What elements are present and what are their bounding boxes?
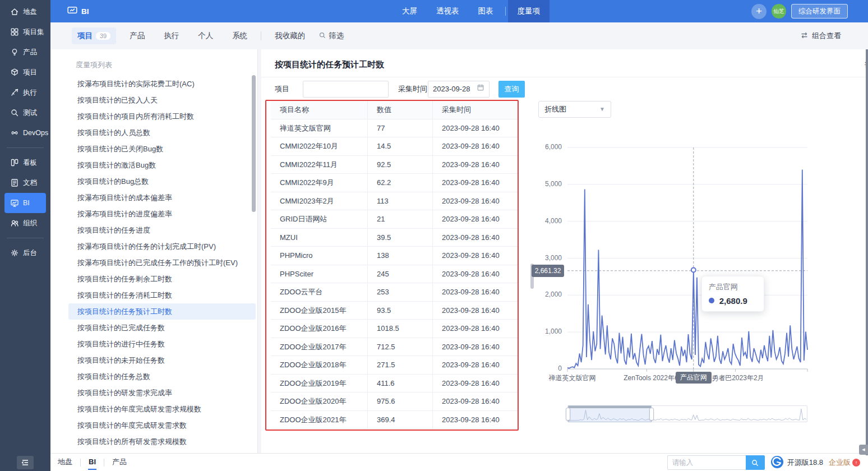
table-row[interactable]: CMMI2023年2月1132023-09-28 16:40	[271, 192, 518, 211]
top-nav-图表[interactable]: 图表	[469, 0, 503, 22]
metric-list-item[interactable]: 按项目统计的研发需求完成率	[68, 385, 256, 401]
metric-list-title: 度量项列表	[76, 60, 257, 70]
sidebar-item-文档[interactable]: 文档	[4, 173, 46, 193]
workspace-button[interactable]: 综合研发界面	[791, 4, 848, 19]
tab-favorites[interactable]: 我收藏的	[269, 27, 311, 44]
table-row[interactable]: ZDOO企业版2018年271.52023-09-28 16:40	[271, 356, 518, 375]
footer-tab-地盘[interactable]: 地盘	[56, 454, 74, 471]
table-cell: CMMI2022年10月	[271, 137, 368, 155]
metric-list-item[interactable]: 按项目统计的年度完成研发需求数	[68, 417, 256, 433]
tab-执行[interactable]: 执行	[158, 27, 184, 44]
datazoom-slider[interactable]	[567, 405, 807, 422]
query-button[interactable]: 查询	[498, 81, 525, 98]
filter-button[interactable]: 筛选	[318, 31, 344, 41]
sidebar-item-项目集[interactable]: 项目集	[4, 22, 46, 42]
sidebar-item-产品[interactable]: 产品	[4, 42, 46, 62]
tab-项目[interactable]: 项目39	[72, 27, 116, 44]
project-filter-input[interactable]	[303, 81, 389, 98]
table-row[interactable]: ZDOO企业版2015年93.52023-09-28 16:40	[271, 302, 518, 320]
sidebar-item-bi[interactable]: BI	[4, 193, 46, 213]
add-button[interactable]: +	[751, 4, 767, 19]
edition-link[interactable]: 企业版 ↑	[829, 458, 860, 468]
metric-list-item[interactable]: 按项目统计的任务预计工时数	[68, 303, 256, 320]
toolbar: 项目39产品执行个人系统我收藏的筛选 组合查看	[50, 22, 868, 49]
metric-list-item[interactable]: 按项目统计的人员总数	[68, 124, 256, 141]
footer: 地盘BI产品 开源版18.8	[0, 453, 868, 471]
sidebar-item-组织[interactable]: 组织	[4, 213, 46, 233]
table-cell: 14.5	[368, 137, 433, 155]
metric-list-item[interactable]: 按项目统计的任务消耗工时数	[68, 287, 256, 303]
chart-tooltip: 产品官网2,680.9	[701, 276, 764, 312]
table-row[interactable]: GRID日语网站212023-09-28 16:40	[271, 210, 518, 229]
y-axis-label: 3,000	[533, 254, 562, 262]
table-cell: 2023-09-28 16:40	[433, 137, 518, 155]
search-button[interactable]	[746, 455, 765, 470]
chart-canvas[interactable]	[533, 133, 847, 403]
table-row[interactable]: CMMI2022年9月62.22023-09-28 16:40	[271, 174, 518, 192]
y-axis-label: 4,000	[533, 217, 562, 225]
y-axis-label: 5,000	[533, 180, 562, 188]
sidebar-item-看板[interactable]: 看板	[4, 153, 46, 173]
sidebar-item-执行[interactable]: 执行	[4, 82, 46, 103]
metric-list-item[interactable]: 按项目统计的已关闭Bug数	[68, 141, 256, 157]
table-row[interactable]: CMMI2022年11月92.52023-09-28 16:40	[271, 156, 518, 174]
table-row[interactable]: ZDOO企业版2021年369.42023-09-28 16:40	[271, 411, 518, 430]
sidebar-item-devops[interactable]: DevOps	[4, 123, 46, 143]
metric-list-item[interactable]: 按项目统计的已投入人天	[68, 92, 256, 108]
footer-tab-BI[interactable]: BI	[87, 454, 98, 471]
metric-list-item[interactable]: 按瀑布项目统计的进度偏差率	[68, 206, 256, 222]
top-nav-大屏[interactable]: 大屏	[393, 0, 427, 22]
page-scrollbar[interactable]	[866, 49, 868, 455]
table-row[interactable]: MZUI39.52023-09-28 16:40	[271, 229, 518, 247]
metric-list-item[interactable]: 按项目统计的未开始任务数	[68, 352, 256, 368]
metric-list-item[interactable]: 按项目统计的任务总数	[68, 368, 256, 385]
metric-list-item[interactable]: 按瀑布项目统计的任务的计划完成工时(PV)	[68, 238, 256, 255]
y-axis-label: 0	[533, 364, 562, 372]
table-cell: 113	[368, 192, 433, 210]
collapse-sidebar-button[interactable]	[17, 456, 34, 469]
top-nav-度量项[interactable]: 度量项	[508, 0, 550, 22]
tab-产品[interactable]: 产品	[124, 27, 150, 44]
table-row[interactable]: PHPMicro1382023-09-28 16:40	[271, 247, 518, 265]
top-nav-透视表[interactable]: 透视表	[427, 0, 469, 22]
table-row[interactable]: ZDOO云平台2532023-09-28 16:40	[271, 283, 518, 302]
sidebar-item-地盘[interactable]: 地盘	[4, 2, 46, 22]
datazoom-selected-range[interactable]	[568, 405, 652, 422]
table-row[interactable]: ZDOO企业版2017年712.52023-09-28 16:40	[271, 338, 518, 357]
table-row[interactable]: ZDOO企业版2020年975.62023-09-28 16:40	[271, 392, 518, 411]
line-chart: 01,0002,0003,0004,0005,0006,000禅道英文版官网Ze…	[533, 133, 847, 403]
metric-list-item[interactable]: 按瀑布项目统计的已完成任务工作的预计工时(EV)	[68, 255, 256, 271]
metric-list-item[interactable]: 按项目统计的Bug总数	[68, 173, 256, 190]
metric-list-item[interactable]: 按项目统计的激活Bug数	[68, 157, 256, 173]
table-row[interactable]: ZDOO企业版2016年1018.52023-09-28 16:40	[271, 320, 518, 338]
tab-个人[interactable]: 个人	[192, 27, 219, 44]
datazoom-handle-left[interactable]	[566, 408, 570, 421]
table-row[interactable]: PHPSciter2452023-09-28 16:40	[271, 265, 518, 284]
metric-list-item[interactable]: 按项目统计的已完成任务数	[68, 320, 256, 336]
collapse-widget-button[interactable]: ◀	[859, 445, 868, 455]
metric-list-item[interactable]: 按项目统计的所有研发需求规模数	[68, 433, 256, 450]
avatar[interactable]: 仙芝	[772, 4, 786, 19]
metric-list-item[interactable]: 按瀑布项目统计的成本偏差率	[68, 190, 256, 206]
sidebar-item-项目[interactable]: 项目	[4, 62, 46, 82]
date-picker[interactable]: 2023-09-28	[428, 81, 490, 98]
metric-list-item[interactable]: 按项目统计的项目内所有消耗工时数	[68, 108, 256, 124]
metric-list-item[interactable]: 按项目统计的任务剩余工时数	[68, 271, 256, 287]
metric-list-item[interactable]: 按项目统计的进行中任务数	[68, 336, 256, 352]
chart-type-select[interactable]: 折线图 ▼	[538, 101, 611, 118]
table-row[interactable]: CMMI2022年10月14.52023-09-28 16:40	[271, 137, 518, 156]
table-row[interactable]: 禅道英文版官网772023-09-28 16:40	[271, 119, 518, 138]
footer-tab-产品[interactable]: 产品	[110, 454, 128, 471]
metric-list-item[interactable]: 按项目统计的任务进度	[68, 222, 256, 238]
sidebar-item-后台[interactable]: 后台	[4, 243, 46, 263]
search-input[interactable]	[667, 455, 746, 470]
sidebar-item-测试[interactable]: 测试	[4, 103, 46, 123]
star-icon[interactable]: ☆	[375, 58, 382, 69]
tab-系统[interactable]: 系统	[227, 27, 253, 44]
table-row[interactable]: ZDOO企业版2019年411.62023-09-28 16:40	[271, 375, 518, 393]
metric-list-item[interactable]: 按瀑布项目统计的实际花费工时(AC)	[68, 76, 256, 92]
metric-list-item[interactable]: 按项目统计的年度完成研发需求规模数	[68, 401, 256, 417]
datazoom-handle-right[interactable]	[649, 408, 654, 421]
metric-list-scrollbar[interactable]	[252, 75, 256, 212]
combo-view-button[interactable]: 组合查看	[800, 31, 841, 41]
